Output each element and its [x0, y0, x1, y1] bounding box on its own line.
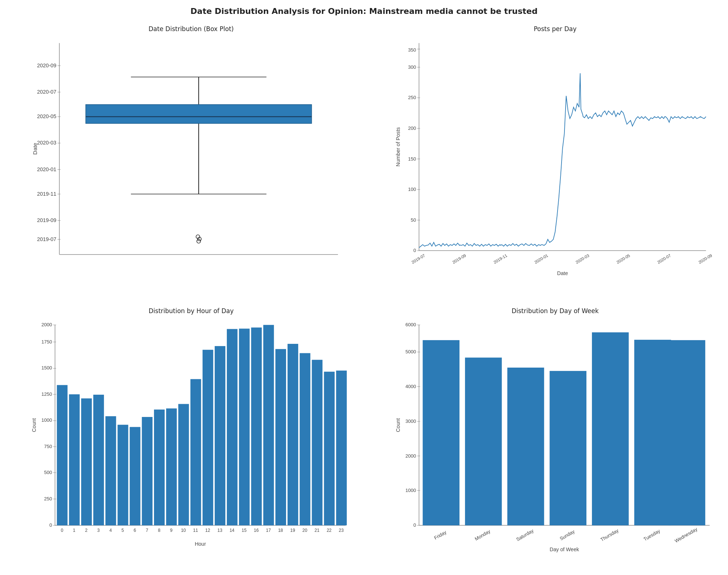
svg-rect-118: [312, 360, 322, 525]
svg-rect-144: [465, 357, 502, 525]
svg-rect-80: [81, 398, 92, 525]
svg-text:2019-11: 2019-11: [37, 191, 56, 197]
svg-rect-82: [93, 395, 104, 525]
svg-text:2020-01: 2020-01: [534, 253, 549, 264]
svg-text:Hour: Hour: [195, 541, 206, 547]
svg-text:Count: Count: [31, 418, 37, 432]
svg-text:2019-11: 2019-11: [493, 253, 508, 264]
svg-text:2019-07: 2019-07: [411, 253, 426, 264]
svg-text:6: 6: [134, 528, 136, 533]
svg-rect-152: [634, 339, 671, 525]
svg-rect-94: [166, 408, 177, 525]
svg-text:2000: 2000: [405, 453, 416, 458]
svg-text:1500: 1500: [41, 365, 52, 371]
svg-rect-104: [227, 329, 237, 525]
svg-text:19: 19: [290, 528, 295, 533]
svg-text:350: 350: [408, 47, 416, 53]
svg-text:0: 0: [413, 522, 416, 528]
svg-text:21: 21: [315, 528, 320, 533]
svg-text:300: 300: [408, 64, 416, 70]
svg-text:6000: 6000: [405, 322, 416, 327]
svg-text:2020-07: 2020-07: [37, 89, 56, 95]
svg-text:Sunday: Sunday: [559, 528, 576, 541]
svg-rect-116: [300, 353, 310, 525]
svg-text:4: 4: [109, 528, 112, 533]
svg-rect-98: [190, 379, 201, 525]
barchart-hour-area: 0 250 500 750 1000 1250 1500 1750 2000: [29, 317, 353, 555]
svg-text:Number of Posts: Number of Posts: [395, 127, 401, 166]
svg-text:2020-01: 2020-01: [37, 166, 56, 172]
svg-text:150: 150: [408, 156, 416, 161]
svg-rect-90: [142, 417, 153, 525]
svg-text:Monday: Monday: [474, 528, 491, 542]
svg-text:200: 200: [408, 125, 416, 131]
svg-rect-112: [275, 349, 286, 525]
svg-rect-78: [69, 394, 80, 525]
svg-text:9: 9: [170, 528, 173, 533]
svg-text:Saturday: Saturday: [515, 527, 534, 542]
svg-text:0: 0: [413, 248, 416, 253]
barchart-hour-title: Distribution by Hour of Day: [29, 307, 353, 315]
svg-text:2019-07: 2019-07: [37, 236, 56, 242]
svg-text:500: 500: [44, 470, 52, 475]
svg-rect-96: [178, 404, 189, 525]
svg-text:4000: 4000: [405, 383, 416, 389]
svg-text:Date: Date: [557, 270, 568, 276]
svg-rect-114: [288, 344, 298, 525]
svg-text:250: 250: [44, 496, 52, 501]
svg-text:16: 16: [254, 528, 259, 533]
svg-text:5000: 5000: [405, 349, 416, 354]
svg-text:0: 0: [61, 528, 63, 533]
svg-text:100: 100: [408, 187, 416, 192]
svg-text:1000: 1000: [41, 417, 52, 423]
svg-point-26: [197, 239, 200, 243]
svg-text:14: 14: [229, 528, 234, 533]
barchart-hour-cell: Distribution by Hour of Day 0 250 500 75…: [0, 300, 364, 575]
svg-rect-100: [203, 350, 213, 525]
svg-rect-88: [130, 427, 140, 525]
svg-rect-146: [507, 368, 544, 525]
linechart-cell: Posts per Day 0 50 100 150 200 250 300 3…: [364, 18, 728, 300]
svg-text:Tuesday: Tuesday: [643, 528, 661, 542]
svg-text:2020-09: 2020-09: [698, 253, 713, 264]
svg-text:12: 12: [205, 528, 210, 533]
svg-text:15: 15: [242, 528, 247, 533]
svg-text:3000: 3000: [405, 418, 416, 424]
svg-text:17: 17: [266, 528, 271, 533]
linechart-area: 0 50 100 150 200 250 300 350: [393, 35, 717, 277]
svg-rect-150: [592, 332, 629, 525]
svg-text:2019-09: 2019-09: [37, 217, 56, 223]
svg-text:18: 18: [278, 528, 283, 533]
linechart-title: Posts per Day: [393, 25, 717, 33]
svg-rect-76: [57, 385, 67, 525]
svg-rect-22: [86, 105, 311, 124]
svg-text:2020-09: 2020-09: [37, 63, 56, 68]
svg-text:1: 1: [73, 528, 75, 533]
svg-text:2020-05: 2020-05: [616, 253, 631, 264]
svg-text:750: 750: [44, 444, 52, 449]
svg-rect-92: [154, 409, 165, 525]
barchart-dow-area: 0 1000 2000 3000 4000 5000 6000 Fr: [393, 317, 717, 555]
svg-text:2020-05: 2020-05: [37, 113, 56, 119]
svg-text:23: 23: [339, 528, 344, 533]
svg-text:1250: 1250: [41, 391, 52, 397]
svg-text:10: 10: [181, 528, 186, 533]
svg-text:Thursday: Thursday: [600, 527, 620, 542]
svg-text:1000: 1000: [405, 487, 416, 493]
svg-rect-154: [668, 340, 705, 525]
svg-text:2020-03: 2020-03: [575, 253, 590, 264]
svg-text:13: 13: [217, 528, 222, 533]
svg-text:2: 2: [85, 528, 88, 533]
svg-rect-142: [423, 340, 459, 525]
svg-rect-122: [336, 371, 347, 525]
svg-text:50: 50: [411, 217, 416, 223]
svg-text:0: 0: [49, 522, 52, 528]
svg-rect-108: [251, 327, 262, 525]
svg-text:250: 250: [408, 95, 416, 100]
svg-text:Wednesday: Wednesday: [674, 526, 698, 544]
boxplot-cell: Date Distribution (Box Plot) 2019-07 201…: [0, 18, 364, 300]
svg-text:3: 3: [97, 528, 100, 533]
barchart-dow-title: Distribution by Day of Week: [393, 307, 717, 315]
svg-text:22: 22: [327, 528, 332, 533]
svg-text:Friday: Friday: [433, 529, 447, 541]
